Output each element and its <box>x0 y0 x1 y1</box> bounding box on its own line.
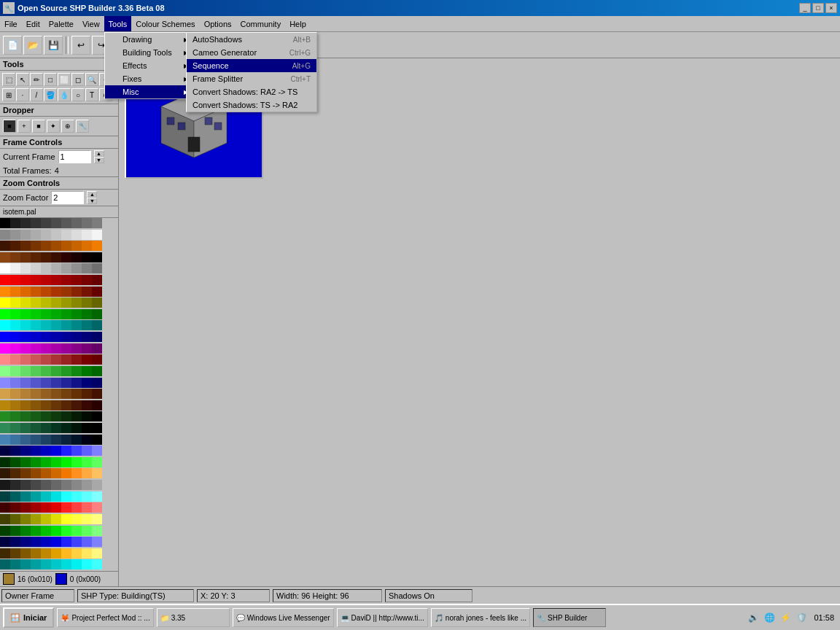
palette-cell[interactable] <box>0 332 10 342</box>
tool-dot[interactable]: · <box>16 88 29 101</box>
palette-cell[interactable] <box>71 389 82 399</box>
misc-frame-splitter[interactable]: Frame Splitter Ctrl+T <box>187 72 316 85</box>
taskbar-item-1[interactable]: 📁 3.35 <box>157 608 230 627</box>
left-color-swatch[interactable] <box>3 573 15 585</box>
palette-cell[interactable] <box>61 275 71 285</box>
palette-cell[interactable] <box>20 389 31 399</box>
tool-oval[interactable]: ○ <box>71 88 85 101</box>
palette-cell[interactable] <box>20 446 31 456</box>
palette-cell[interactable] <box>61 287 71 297</box>
palette-cell[interactable] <box>92 491 102 502</box>
palette-cell[interactable] <box>82 287 92 297</box>
palette-cell[interactable] <box>31 366 41 376</box>
palette-cell[interactable] <box>41 411 51 421</box>
menu-building-tools[interactable]: Building Tools <box>105 46 191 59</box>
palette-cell[interactable] <box>82 491 92 502</box>
tool-line[interactable]: / <box>30 88 43 101</box>
palette-cell[interactable] <box>41 435 51 445</box>
palette-cell[interactable] <box>10 446 20 456</box>
palette-cell[interactable] <box>20 468 31 478</box>
palette-cell[interactable] <box>71 343 82 354</box>
palette-cell[interactable] <box>51 309 61 319</box>
palette-cell[interactable] <box>10 389 20 399</box>
palette-cell[interactable] <box>31 343 41 354</box>
palette-cell[interactable] <box>82 480 92 490</box>
palette-cell[interactable] <box>31 309 41 319</box>
palette-cell[interactable] <box>20 491 31 502</box>
palette-cell[interactable] <box>10 320 20 330</box>
dropper-btn-6[interactable]: 🔧 <box>76 120 89 133</box>
palette-cell[interactable] <box>51 218 61 228</box>
palette-cell[interactable] <box>10 230 20 240</box>
tool-arrow[interactable]: ↖ <box>16 73 29 86</box>
palette-cell[interactable] <box>92 411 102 421</box>
palette-cell[interactable] <box>71 332 82 342</box>
palette-cell[interactable] <box>31 559 41 569</box>
palette-cell[interactable] <box>10 241 20 251</box>
palette-cell[interactable] <box>92 275 102 285</box>
palette-cell[interactable] <box>71 548 82 559</box>
palette-cell[interactable] <box>20 320 31 330</box>
palette-cell[interactable] <box>41 298 51 308</box>
tool-eraser[interactable]: ◻ <box>71 73 85 86</box>
palette-cell[interactable] <box>92 548 102 559</box>
menu-effects[interactable]: Effects <box>105 59 191 72</box>
palette-cell[interactable] <box>82 230 92 240</box>
palette-cell[interactable] <box>41 366 51 376</box>
palette-cell[interactable] <box>61 218 71 228</box>
palette-cell[interactable] <box>82 502 92 513</box>
palette-cell[interactable] <box>31 332 41 342</box>
palette-cell[interactable] <box>0 252 10 262</box>
palette-cell[interactable] <box>10 366 20 376</box>
palette-cell[interactable] <box>71 411 82 421</box>
palette-cell[interactable] <box>20 309 31 319</box>
palette-cell[interactable] <box>51 559 61 569</box>
palette-cell[interactable] <box>61 263 71 273</box>
palette-cell[interactable] <box>31 252 41 262</box>
palette-cell[interactable] <box>92 320 102 330</box>
palette-cell[interactable] <box>41 468 51 478</box>
palette-cell[interactable] <box>31 320 41 330</box>
palette-cell[interactable] <box>51 320 61 330</box>
palette-cell[interactable] <box>51 491 61 502</box>
palette-cell[interactable] <box>41 502 51 513</box>
palette-cell[interactable] <box>0 537 10 547</box>
palette-cell[interactable] <box>71 218 82 228</box>
palette-cell[interactable] <box>71 241 82 251</box>
misc-autoshadows[interactable]: AutoShadows Alt+B <box>187 33 316 46</box>
palette-cell[interactable] <box>82 389 92 399</box>
palette-cell[interactable] <box>0 309 10 319</box>
palette-cell[interactable] <box>0 343 10 354</box>
palette-cell[interactable] <box>61 457 71 467</box>
palette-cell[interactable] <box>20 378 31 388</box>
palette-cell[interactable] <box>92 354 102 365</box>
palette-cell[interactable] <box>82 514 92 524</box>
palette-cell[interactable] <box>31 491 41 502</box>
minimize-button[interactable]: _ <box>799 3 811 13</box>
palette-cell[interactable] <box>31 389 41 399</box>
palette-cell[interactable] <box>61 423 71 433</box>
palette-cell[interactable] <box>0 241 10 251</box>
palette-cell[interactable] <box>10 263 20 273</box>
palette-cell[interactable] <box>31 400 41 411</box>
palette-cell[interactable] <box>82 537 92 547</box>
palette-cell[interactable] <box>92 526 102 536</box>
menu-view[interactable]: View <box>78 16 104 31</box>
palette-cell[interactable] <box>31 480 41 490</box>
palette-cell[interactable] <box>51 263 61 273</box>
toolbar-save[interactable]: 💾 <box>44 36 63 55</box>
palette-cell[interactable] <box>92 230 102 240</box>
dropper-btn-2[interactable]: + <box>18 120 31 133</box>
palette-cell[interactable] <box>61 320 71 330</box>
palette-cell[interactable] <box>92 252 102 262</box>
palette-cell[interactable] <box>20 548 31 559</box>
toolbar-new[interactable]: 📄 <box>3 36 22 55</box>
palette-cell[interactable] <box>82 548 92 559</box>
palette-cell[interactable] <box>92 435 102 445</box>
palette-cell[interactable] <box>20 332 31 342</box>
zoom-down[interactable]: ▼ <box>87 198 97 204</box>
palette-cell[interactable] <box>51 275 61 285</box>
start-button[interactable]: 🪟 Iniciar <box>3 607 54 628</box>
palette-cell[interactable] <box>92 366 102 376</box>
palette-cell[interactable] <box>20 435 31 445</box>
